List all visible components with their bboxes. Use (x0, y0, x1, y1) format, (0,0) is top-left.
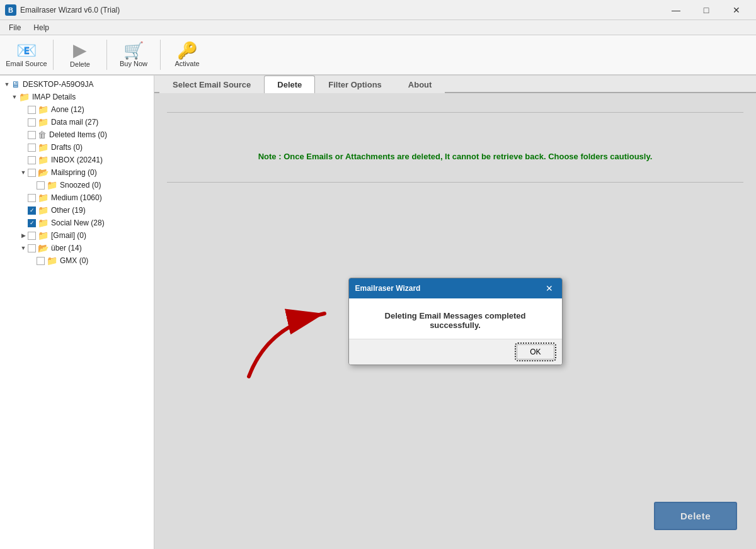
expand-icon-datamail[interactable] (19, 118, 28, 127)
expand-icon-other[interactable] (19, 206, 28, 215)
tree-item-snoozed[interactable]: 📁 Snoozed (0) (0, 179, 154, 191)
expand-icon-uber[interactable]: ▼ (19, 244, 28, 252)
right-panel: Select Email Source Delete Filter Option… (154, 76, 756, 549)
folder-icon-snoozed: 📁 (47, 180, 57, 190)
checkbox-gmail[interactable] (28, 232, 36, 240)
window-controls: — □ ✕ (662, 0, 751, 20)
folder-icon-imap: 📁 (19, 92, 30, 102)
checkbox-drafts[interactable] (28, 144, 36, 152)
tree-item-deleted-items[interactable]: 🗑 Deleted Items (0) (0, 128, 154, 141)
checkbox-deleted-items[interactable] (28, 131, 36, 139)
menubar: File Help (0, 20, 756, 35)
close-button[interactable]: ✕ (722, 0, 751, 20)
tree-item-medium[interactable]: 📁 Medium (1060) (0, 191, 154, 204)
toolbar-buy-now[interactable]: 🛒 Buy Now (112, 37, 155, 72)
pc-icon: 🖥 (11, 79, 20, 89)
modal-dialog: Emailraser Wizard ✕ Deleting Email Messa… (348, 278, 563, 365)
tree-item-uber[interactable]: ▼ 📂 über (14) (0, 242, 154, 254)
checkbox-inbox[interactable] (28, 156, 36, 164)
folder-icon-social-new: 📁 (38, 218, 49, 228)
tree-item-drafts[interactable]: 📁 Drafts (0) (0, 141, 154, 154)
folder-icon-other: 📁 (38, 205, 49, 215)
tree-label-desktop: DESKTOP-A59O9JA (23, 80, 94, 89)
folder-icon-inbox: 📁 (38, 155, 49, 165)
tree-label-drafts: Drafts (0) (51, 143, 83, 152)
titlebar: B Emailraser Wizard v6.0 (Trial) — □ ✕ (0, 0, 756, 20)
tree-item-other[interactable]: ✓ 📁 Other (19) (0, 204, 154, 217)
modal-footer: OK (349, 339, 562, 365)
tree-label-inbox: INBOX (20241) (51, 156, 103, 164)
maximize-button[interactable]: □ (692, 0, 721, 20)
tree-item-inbox[interactable]: 📁 INBOX (20241) (0, 154, 154, 166)
cart-icon: 🛒 (123, 42, 144, 59)
tree-label-snoozed: Snoozed (0) (60, 181, 101, 190)
window-title: Emailraser Wizard v6.0 (Trial) (20, 6, 662, 14)
tree-item-mailspring[interactable]: ▼ 📂 Mailspring (0) (0, 166, 154, 179)
main-layout: ▼ 🖥 DESKTOP-A59O9JA ▼ 📁 IMAP Details 📁 A… (0, 76, 756, 549)
tab-filter-options[interactable]: Filter Options (315, 76, 395, 93)
tree-label-medium: Medium (1060) (51, 193, 102, 202)
checkbox-aone[interactable] (28, 106, 36, 114)
expand-icon-social-new[interactable] (19, 218, 28, 227)
modal-close-button[interactable]: ✕ (543, 282, 556, 295)
checkbox-other[interactable]: ✓ (28, 207, 36, 215)
folder-icon-datamail: 📁 (38, 117, 49, 127)
toolbar-delete[interactable]: ▶ Delete (59, 37, 101, 72)
minimize-button[interactable]: — (662, 0, 690, 20)
tree-label-deleted-items: Deleted Items (0) (49, 130, 107, 139)
tree-label-gmail: [Gmail] (0) (51, 231, 86, 240)
checkbox-social-new[interactable]: ✓ (28, 219, 36, 227)
folder-icon-mailspring: 📂 (38, 167, 49, 178)
folder-icon-deleted: 🗑 (38, 130, 47, 140)
expand-icon-imap[interactable]: ▼ (10, 93, 19, 101)
tab-select-email-source[interactable]: Select Email Source (159, 76, 264, 93)
toolbar-separator-3 (160, 40, 161, 70)
expand-icon-aone[interactable] (19, 105, 28, 114)
tree-item-gmail[interactable]: ▶ 📁 [Gmail] (0) (0, 229, 154, 242)
tab-bar: Select Email Source Delete Filter Option… (154, 76, 756, 93)
tab-about[interactable]: About (395, 76, 445, 93)
tree-item-aone[interactable]: 📁 Aone (12) (0, 103, 154, 116)
toolbar-buy-now-label: Buy Now (120, 60, 147, 67)
expand-icon-desktop[interactable]: ▼ (3, 80, 11, 89)
menu-file[interactable]: File (3, 22, 27, 33)
tree-label-imap: IMAP Details (32, 93, 76, 101)
expand-icon-gmx[interactable] (28, 256, 37, 265)
toolbar-email-source[interactable]: 📧 Email Source (5, 37, 48, 72)
checkbox-gmx[interactable] (37, 257, 45, 265)
expand-icon-inbox[interactable] (19, 156, 28, 164)
toolbar: 📧 Email Source ▶ Delete 🛒 Buy Now 🔑 Acti… (0, 35, 756, 76)
menu-help[interactable]: Help (27, 22, 55, 33)
expand-icon-mailspring[interactable]: ▼ (19, 168, 28, 177)
toolbar-activate[interactable]: 🔑 Activate (166, 37, 209, 72)
tree-item-desktop[interactable]: ▼ 🖥 DESKTOP-A59O9JA (0, 78, 154, 91)
toolbar-separator-1 (53, 40, 54, 70)
tree-label-aone: Aone (12) (51, 105, 84, 114)
toolbar-delete-label: Delete (70, 60, 90, 68)
checkbox-datamail[interactable] (28, 118, 36, 127)
expand-icon-gmail[interactable]: ▶ (19, 231, 28, 240)
folder-icon-drafts: 📁 (38, 142, 49, 152)
tab-delete[interactable]: Delete (264, 76, 315, 93)
checkbox-mailspring[interactable] (28, 169, 36, 177)
key-icon: 🔑 (177, 42, 197, 59)
modal-titlebar: Emailraser Wizard ✕ (349, 278, 562, 298)
expand-icon-drafts[interactable] (19, 143, 28, 152)
folder-icon-gmx: 📁 (47, 256, 57, 266)
checkbox-medium[interactable] (28, 194, 36, 202)
tree-item-datamail[interactable]: 📁 Data mail (27) (0, 116, 154, 128)
content-area: Note : Once Emails or Attachments are de… (154, 93, 756, 549)
modal-overlay: Emailraser Wizard ✕ Deleting Email Messa… (154, 93, 756, 549)
expand-icon-deleted-items[interactable] (19, 130, 28, 139)
expand-icon-snoozed[interactable] (28, 181, 37, 190)
tree-label-gmx: GMX (0) (60, 256, 88, 265)
tree-item-gmx[interactable]: 📁 GMX (0) (0, 254, 154, 267)
tree-item-social-new[interactable]: ✓ 📁 Social New (28) (0, 217, 154, 229)
tree-item-imap[interactable]: ▼ 📁 IMAP Details (0, 91, 154, 103)
folder-icon-aone: 📁 (38, 105, 49, 115)
tree-root: ▼ 🖥 DESKTOP-A59O9JA ▼ 📁 IMAP Details 📁 A… (0, 76, 154, 269)
modal-ok-button[interactable]: OK (517, 344, 554, 359)
expand-icon-medium[interactable] (19, 193, 28, 202)
checkbox-snoozed[interactable] (37, 181, 45, 190)
checkbox-uber[interactable] (28, 244, 36, 252)
